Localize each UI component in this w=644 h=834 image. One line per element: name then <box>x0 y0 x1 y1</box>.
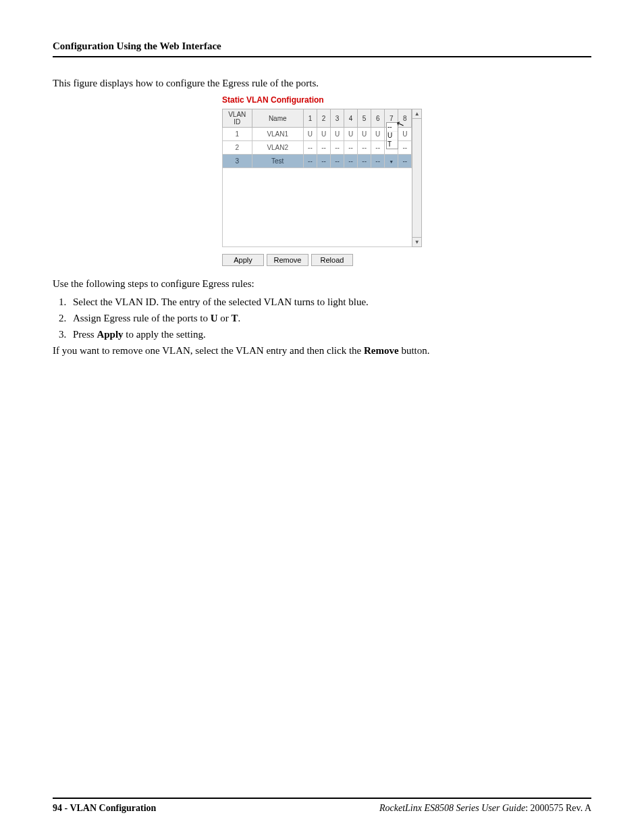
cell-port[interactable]: U <box>358 128 371 141</box>
cell-port[interactable]: -- <box>358 155 371 168</box>
cell-port[interactable]: U <box>317 128 330 141</box>
chevron-down-icon[interactable]: ▼ <box>389 159 394 164</box>
reload-button[interactable]: Reload <box>311 254 353 266</box>
cell-port[interactable]: -- <box>358 141 371 155</box>
remove-button[interactable]: Remove <box>267 254 308 266</box>
scroll-up-button[interactable]: ▲ <box>412 109 421 119</box>
col-port-5: 5 <box>358 109 371 128</box>
col-port-6: 6 <box>371 109 385 128</box>
col-port-4: 4 <box>344 109 358 128</box>
step-2: Assign Egress rule of the ports to U or … <box>69 311 591 325</box>
header-rule <box>53 56 591 57</box>
cell-port[interactable]: -- <box>344 141 358 155</box>
intro-paragraph: This figure displays how to configure th… <box>53 76 591 90</box>
col-port-1: 1 <box>303 109 317 128</box>
vlan-table-wrap: VLAN ID Name 1 2 3 4 5 6 7 8 <box>222 109 412 247</box>
cell-port[interactable]: U <box>331 128 344 141</box>
cell-vlan-name[interactable]: VLAN1 <box>252 128 303 141</box>
cell-vlan-id[interactable]: 2 <box>223 141 252 155</box>
cell-port[interactable]: -- <box>317 155 330 168</box>
table-header-row: VLAN ID Name 1 2 3 4 5 6 7 8 <box>223 109 412 128</box>
remove-note: If you want to remove one VLAN, select t… <box>53 344 591 357</box>
footer-right: RocketLinx ES8508 Series User Guide: 200… <box>379 803 591 814</box>
cell-port[interactable]: U <box>303 128 317 141</box>
cell-port[interactable]: -- <box>331 141 344 155</box>
running-header: Configuration Using the Web Interface <box>53 41 591 56</box>
table-row[interactable]: 2VLAN2---------------- <box>223 141 412 155</box>
page-footer: 94 - VLAN Configuration RocketLinx ES850… <box>53 798 591 814</box>
col-port-2: 2 <box>317 109 330 128</box>
step-1: Select the VLAN ID. The entry of the sel… <box>69 295 591 309</box>
cell-port[interactable]: -- <box>398 141 412 155</box>
cell-vlan-id[interactable]: 3 <box>223 155 252 168</box>
cell-port[interactable]: -- <box>303 141 317 155</box>
cell-port[interactable]: U <box>344 128 358 141</box>
cell-vlan-name[interactable]: Test <box>252 155 303 168</box>
footer-left: 94 - VLAN Configuration <box>53 803 156 814</box>
table-row[interactable]: 3Test------------▼-- <box>223 155 412 168</box>
cell-port[interactable]: -- <box>331 155 344 168</box>
apply-button[interactable]: Apply <box>222 254 264 266</box>
steps-intro: Use the following steps to configure Egr… <box>53 277 591 290</box>
col-name: Name <box>252 109 303 128</box>
cell-port[interactable]: -- <box>317 141 330 155</box>
cell-port[interactable]: -- <box>398 155 412 168</box>
vertical-scrollbar[interactable]: ▲ ▼ <box>412 109 422 247</box>
dropdown-option-u[interactable]: U <box>387 131 398 140</box>
button-row: Apply Remove Reload <box>222 254 422 266</box>
cell-vlan-id[interactable]: 1 <box>223 128 252 141</box>
col-vlan-id: VLAN ID <box>223 109 252 128</box>
step-3: Press Apply to apply the setting. <box>69 328 591 341</box>
scroll-down-button[interactable]: ▼ <box>412 237 421 246</box>
cell-port[interactable]: ▼ <box>385 155 398 168</box>
col-port-3: 3 <box>331 109 344 128</box>
footer-rule <box>53 798 591 799</box>
cell-port[interactable]: U <box>398 128 412 141</box>
scroll-track[interactable] <box>412 119 421 237</box>
cell-port[interactable]: -- <box>371 141 385 155</box>
panel-title: Static VLAN Configuration <box>222 95 422 105</box>
table-row[interactable]: 1VLAN1UUUUUUUU <box>223 128 412 141</box>
cell-port[interactable]: U <box>371 128 385 141</box>
vlan-table: VLAN ID Name 1 2 3 4 5 6 7 8 <box>222 109 412 168</box>
cell-port[interactable]: -- <box>371 155 385 168</box>
cell-port[interactable]: -- <box>344 155 358 168</box>
steps-list: Select the VLAN ID. The entry of the sel… <box>53 295 591 342</box>
cell-vlan-name[interactable]: VLAN2 <box>252 141 303 155</box>
cell-port[interactable]: -- <box>303 155 317 168</box>
vlan-config-screenshot: Static VLAN Configuration VLAN ID Name 1… <box>222 95 422 266</box>
table-blank-area <box>222 168 412 247</box>
dropdown-option-t[interactable]: T <box>387 140 398 149</box>
